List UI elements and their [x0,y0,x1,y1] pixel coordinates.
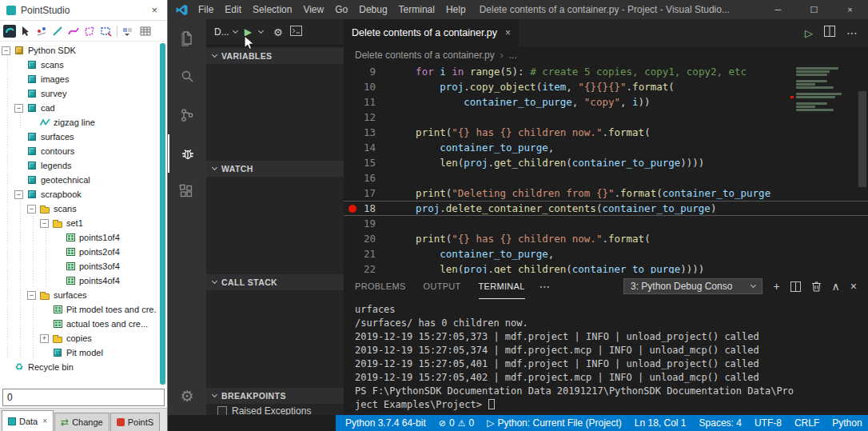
menu-help[interactable]: Help [440,4,472,15]
settings-gear-icon[interactable]: ⚙ [168,378,206,413]
pointer-icon[interactable] [18,24,32,38]
debug-config-dropdown[interactable]: D... [214,26,237,38]
checkbox-icon[interactable] [217,406,227,415]
tree-item-points3of4[interactable]: points3of4 [2,259,157,273]
code-line-9[interactable]: 9 for i in range(5): # create 5 copies, … [344,64,868,79]
code-line-17[interactable]: 17 print("Deleting children from {}".for… [344,186,868,201]
code-line-18[interactable]: 18 proj.delete_container_contents(contai… [344,201,868,216]
code-line-14[interactable]: 14 container_to_purge, [344,140,868,155]
extensions-icon[interactable] [168,173,206,211]
editor-scrollbar[interactable] [857,64,868,273]
menu-terminal[interactable]: Terminal [393,4,440,15]
tree-item-actual-toes-and-cre[interactable]: actual toes and cre... [2,317,157,331]
tree-expander-plus-icon[interactable]: + [40,334,49,343]
tree-expander-minus-icon[interactable]: − [2,46,10,55]
tree-item-zigzag-line[interactable]: zigzag line [2,115,157,130]
editor-tab[interactable]: Delete contents of a container.py × [344,19,519,46]
language-mode[interactable]: Python [832,417,862,429]
python-version[interactable]: Python 3.7.4 64-bit [345,417,426,429]
split-terminal-icon[interactable] [790,281,801,292]
tree-item-geotechnical[interactable]: geotechnical [2,173,157,187]
tree-item-scans[interactable]: −scans [2,202,157,216]
tree-item-python-sdk[interactable]: −Python SDK [2,43,157,58]
view-tab-points[interactable]: PointS [110,413,160,431]
tree-item-scans[interactable]: scans [2,58,157,72]
tree-expander-minus-icon[interactable]: − [14,190,23,199]
code-line-19[interactable]: 19 [344,216,868,231]
new-terminal-icon[interactable]: + [773,280,779,293]
panel-tab-output[interactable]: OUTPUT [424,273,461,299]
cursor-position[interactable]: Ln 18, Col 1 [635,417,687,429]
close-icon[interactable]: × [148,4,161,16]
snap-icon[interactable] [34,24,48,38]
selection-filter-icon[interactable] [122,24,136,38]
menu-debug[interactable]: Debug [353,4,392,15]
breakpoint-dot[interactable] [348,205,356,213]
tree-item-recycle-bin[interactable]: ♻Recycle bin [2,360,157,374]
breakpoint-item-raised-exceptions[interactable]: Raised Exceptions [217,405,311,415]
code-line-16[interactable]: 16 [344,170,868,186]
code-line-20[interactable]: 20 print("{} has {} children now.".forma… [344,231,868,246]
tree-item-points2of4[interactable]: points2of4 [2,245,157,259]
tree-scrollbar[interactable] [160,43,165,385]
tree-item-surfaces[interactable]: −surfaces [2,288,157,302]
close-icon[interactable]: × [505,27,511,38]
menu-selection[interactable]: Selection [247,4,297,15]
code-line-11[interactable]: 11 container_to_purge, "copy", i)) [344,94,868,110]
encoding[interactable]: UTF-8 [755,417,782,429]
view-tab-data[interactable]: Data× [2,410,54,431]
terminal-output[interactable]: urfaces/surfaces/ has 0 children now.201… [344,299,868,412]
search-icon[interactable] [168,58,206,96]
tree-item-points1of4[interactable]: points1of4 [2,230,157,245]
problems-indicator[interactable]: ⊘ 0 ⚠ 0 [439,417,474,429]
source-control-icon[interactable] [168,96,206,134]
explorer-icon[interactable] [168,19,206,58]
grid-select-icon[interactable] [138,24,152,38]
split-editor-icon[interactable] [824,26,835,40]
section-variables[interactable]: VARIABLES [206,48,344,64]
close-panel-icon[interactable]: × [850,280,857,293]
minimap[interactable] [796,67,857,111]
code-line-10[interactable]: 10 proj.copy_object(item, "{}{}{}".forma… [344,79,868,94]
tree-expander-minus-icon[interactable]: − [14,104,23,113]
tree-expander-minus-icon[interactable]: − [27,205,36,214]
kill-terminal-icon[interactable] [811,281,822,292]
spline-icon[interactable] [66,24,80,38]
minimize-icon[interactable]: ─ [760,0,796,19]
section-watch[interactable]: WATCH [206,161,344,177]
code-line-21[interactable]: 21 container_to_purge, [344,246,868,261]
menu-edit[interactable]: Edit [219,4,247,15]
close-icon[interactable]: × [832,0,868,19]
gear-icon[interactable]: ⚙ [273,26,283,38]
menu-view[interactable]: View [297,4,329,15]
selection-mode-icon[interactable] [2,24,16,38]
section-breakpoints[interactable]: BREAKPOINTS [206,388,344,404]
debug-icon[interactable] [168,134,206,173]
filter-input[interactable] [2,389,165,406]
tree-item-cad[interactable]: −cad [2,101,157,115]
code-editor[interactable]: 9 for i in range(5): # create 5 copies, … [344,64,868,273]
eol-sequence[interactable]: CRLF [794,417,819,429]
tree-item-scrapbook[interactable]: −scrapbook [2,187,157,202]
tree-expander-minus-icon[interactable]: − [27,291,36,300]
code-line-12[interactable]: 12 [344,110,868,125]
tree-expander-minus-icon[interactable]: − [40,219,49,228]
code-line-22[interactable]: 22 len(proj.get_children(container_to_pu… [344,261,868,273]
terminal-selector[interactable]: 3: Python Debug Conso [623,278,762,294]
view-tab-change[interactable]: ⇄Change [54,413,109,431]
tree-item-pit-model-toes-and-cre[interactable]: Pit model toes and cre... [2,302,157,317]
debug-target[interactable]: ▷ Python: Current File (Project) [487,417,622,429]
tree-item-surfaces[interactable]: surfaces [2,130,157,144]
run-file-icon[interactable]: ▷ [805,27,813,39]
debug-console-icon[interactable] [290,25,302,39]
breadcrumb-file[interactable]: Delete contents of a container.py [355,50,495,61]
tree-item-copies[interactable]: +copies [2,331,157,345]
maximize-panel-icon[interactable]: ∧ [832,280,840,293]
close-icon[interactable]: × [42,417,47,425]
tree-item-points4of4[interactable]: points4of4 [2,273,157,288]
tree-item-images[interactable]: images [2,72,157,86]
draw-line-icon[interactable] [50,24,64,38]
indentation[interactable]: Spaces: 4 [699,417,742,429]
polygon-select-icon[interactable] [82,24,96,38]
panel-tab-problems[interactable]: PROBLEMS [355,273,406,299]
